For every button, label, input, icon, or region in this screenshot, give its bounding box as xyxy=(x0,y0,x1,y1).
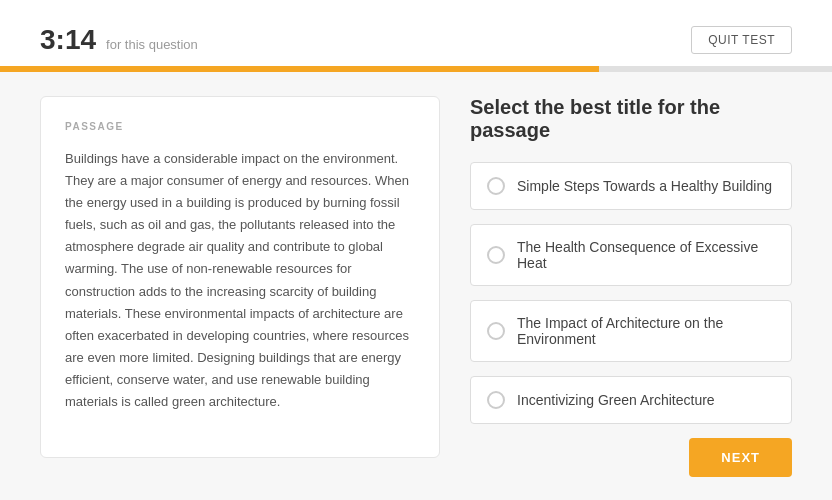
timer-area: 3:14 for this question xyxy=(40,24,198,56)
option-4-label: Incentivizing Green Architecture xyxy=(517,392,715,408)
next-button[interactable]: NEXT xyxy=(689,438,792,477)
radio-opt3 xyxy=(487,322,505,340)
option-1[interactable]: Simple Steps Towards a Healthy Building xyxy=(470,162,792,210)
header: 3:14 for this question QUIT TEST xyxy=(0,0,832,66)
radio-opt4 xyxy=(487,391,505,409)
quit-test-button[interactable]: QUIT TEST xyxy=(691,26,792,54)
option-1-label: Simple Steps Towards a Healthy Building xyxy=(517,178,772,194)
option-2[interactable]: The Health Consequence of Excessive Heat xyxy=(470,224,792,286)
option-4[interactable]: Incentivizing Green Architecture xyxy=(470,376,792,424)
radio-opt2 xyxy=(487,246,505,264)
main-content: PASSAGE Buildings have a considerable im… xyxy=(0,72,832,482)
option-2-label: The Health Consequence of Excessive Heat xyxy=(517,239,775,271)
timer-display: 3:14 xyxy=(40,24,96,56)
passage-panel: PASSAGE Buildings have a considerable im… xyxy=(40,96,440,458)
option-3-label: The Impact of Architecture on the Enviro… xyxy=(517,315,775,347)
timer-label: for this question xyxy=(106,37,198,52)
option-3[interactable]: The Impact of Architecture on the Enviro… xyxy=(470,300,792,362)
passage-text: Buildings have a considerable impact on … xyxy=(65,148,415,413)
question-panel: Select the best title for the passage Si… xyxy=(470,96,792,458)
radio-opt1 xyxy=(487,177,505,195)
question-title: Select the best title for the passage xyxy=(470,96,792,142)
passage-label: PASSAGE xyxy=(65,121,415,132)
